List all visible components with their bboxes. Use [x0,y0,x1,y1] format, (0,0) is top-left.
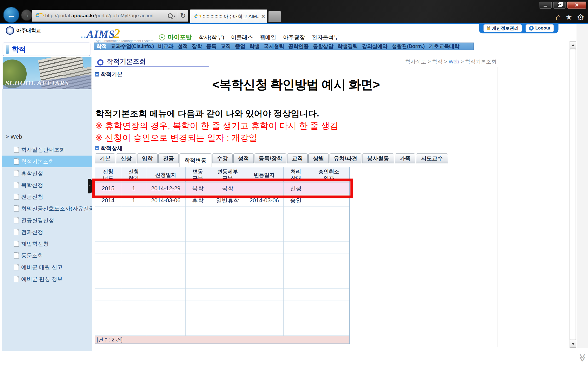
scrollbar-thumb[interactable] [570,49,576,340]
table-row-2014[interactable]: 2014 1 2014-03-06 휴학 일반휴학 2014-03-06 승인 [95,194,349,206]
search-icon[interactable] [168,13,173,18]
scroll-up-button[interactable] [570,41,576,49]
menu-engineering-cert[interactable]: 공학인증 [286,43,311,50]
refresh-icon[interactable] [180,12,186,20]
document-icon [14,276,19,282]
nav-haksa[interactable]: 학사(학부) [199,34,224,41]
nav-webmail[interactable]: 웹메일 [260,34,276,41]
forward-button[interactable] [21,9,32,21]
tab-basic[interactable]: 기본 [95,153,115,163]
browser-tab[interactable]: ::::::::::::::: 아주대학교 AIM... [190,9,267,23]
tab-enrollment[interactable]: 수강 [212,153,233,163]
menu-dorm[interactable]: 생활관(Dorm.) [390,43,427,50]
sidebar-item-schedule[interactable]: 학사일정안내조회 [2,144,92,156]
header-line: 변동 [193,168,203,175]
cell [308,194,349,206]
tab-family[interactable]: 가족 [395,153,415,163]
tab-advisor[interactable]: 지도교수 [416,153,448,163]
ie-icon [193,13,201,21]
sidebar-item-major-change[interactable]: 전공변경신청 [2,214,92,226]
url-path: /portal/goToMyPage.action [95,13,153,18]
breadcrumb-l3: Web [448,59,459,64]
tab-volunteer[interactable]: 봉사활동 [362,153,394,163]
sidebar-item-leave-apply[interactable]: 휴학신청 [2,167,92,179]
page-scroll-down-chevron-icon[interactable]: ≫ [577,354,587,363]
menu-counseling[interactable]: 통합상담 [311,43,335,50]
sidebar-item-reserve-info[interactable]: 예비군 편성 정보 [2,273,92,285]
minimize-button[interactable] [539,1,552,9]
tab-major[interactable]: 전공 [158,153,179,163]
sidebar-item-label: 학사일정안내조회 [21,146,65,153]
menu-courses[interactable]: 교과수업(Cls.Info.) [109,43,156,50]
address-bar[interactable]: http://portal.ajou.ac.kr/portal/goToMyPa… [32,10,188,22]
tab-close-icon[interactable] [260,13,265,20]
sidebar-item-transfer-apply[interactable]: 전과신청 [2,226,92,238]
sidebar-item-return-apply[interactable]: 복학신청 [2,179,92,191]
tab-registration-scholarship[interactable]: 등록/장학 [255,153,286,163]
portal-header: 아주대학교 ..AIMS2 Ajou Information Managemen… [2,24,586,43]
sidebar-item-label: 재입학신청 [21,240,49,247]
menu-grades[interactable]: 성적 [175,43,190,50]
url-text[interactable]: http://portal.ajou.ac.kr/portal/goToMyPa… [45,13,167,19]
search-dropdown-icon[interactable] [173,13,176,18]
nav-eclass[interactable]: 이클래스 [231,34,253,41]
sidebar-group-web[interactable]: > Web [5,133,22,140]
nav-myportal[interactable]: 마이포탈 [168,33,192,41]
cell: 일반휴학 [210,194,245,206]
right-gutter [577,24,588,348]
menu-graduation[interactable]: 졸업 [233,43,247,50]
menu-international[interactable]: 국제협력 [262,43,286,50]
capsule-icon [6,45,9,54]
favorites-star-icon[interactable] [566,13,572,21]
tab-admission[interactable]: 입학 [137,153,158,163]
menu-room-reservation[interactable]: 강의실예약 [360,43,390,50]
new-tab-button[interactable] [268,11,281,22]
tools-gear-icon[interactable] [577,12,584,22]
tab-discipline[interactable]: 상별 [308,153,329,163]
menu-teaching[interactable]: 교직 [218,43,233,50]
sidebar-item-major-apply[interactable]: 전공신청 [2,191,92,203]
home-icon[interactable] [556,12,561,22]
logout-button[interactable]: Logout [526,24,554,32]
table-footer-count: [건수: 2 건] [95,336,349,344]
cell: 휴학 [185,194,210,206]
document-icon [14,217,19,223]
divider [178,12,178,19]
arrow-up-icon [572,44,575,46]
menu-extracurricular[interactable]: 비교과 [156,43,176,50]
university-logo[interactable]: 아주대학교 [6,26,41,35]
close-button[interactable] [567,1,586,9]
tab-record-change[interactable]: 학적변동 [180,153,211,167]
table-row-2015[interactable]: 2015 1 2014-12-29 복학 복학 신청 [95,182,349,194]
scroll-down-button[interactable] [570,340,576,348]
sidebar-item-reserve-report[interactable]: 예비군 대원 신고 [2,261,92,273]
sidebar-item-major-preference[interactable]: 희망전공선호도조사(자유전공 [2,203,92,214]
menu-registration[interactable]: 등록 [204,43,218,50]
menu-hakjeok[interactable]: 학적 [94,43,109,50]
nav-attendance[interactable]: 전자출석부 [312,34,339,41]
window-controls [539,1,586,9]
tab-teaching[interactable]: 교직 [287,153,308,163]
menu-basic-education[interactable]: 기초교육대학 [427,43,462,50]
vertical-scrollbar[interactable] [569,41,576,348]
tab-personal[interactable]: 신상 [116,153,136,163]
menu-scholarship[interactable]: 장학 [190,43,204,50]
aims-logo[interactable]: ..AIMS2 Ajou Information Management Syst… [80,26,153,43]
sidebar-item-label: 전공변경신청 [21,217,54,224]
university-name: 아주대학교 [16,27,41,34]
tab-dispatch[interactable]: 유치/파견 [330,153,361,163]
menu-career[interactable]: 학생경력 [335,43,360,50]
header-line: 신청 [129,168,139,175]
cell: 2014-03-06 [245,194,283,206]
menu-student[interactable]: 학생 [247,43,262,50]
nav-ajou-plaza[interactable]: 아주광장 [283,34,305,41]
restore-button[interactable] [553,1,566,9]
sidebar-collapse-handle[interactable] [88,179,92,193]
cell: 2014-03-06 [146,194,185,206]
sidebar-item-alumni[interactable]: 동문조회 [2,250,92,261]
privacy-settings-button[interactable]: 개인정보관리 [483,24,522,32]
back-button[interactable] [3,7,19,23]
sidebar-item-basic-record[interactable]: 학적기본조회 [2,156,92,167]
tab-grades[interactable]: 성적 [233,153,254,163]
sidebar-item-readmission[interactable]: 재입학신청 [2,238,92,250]
